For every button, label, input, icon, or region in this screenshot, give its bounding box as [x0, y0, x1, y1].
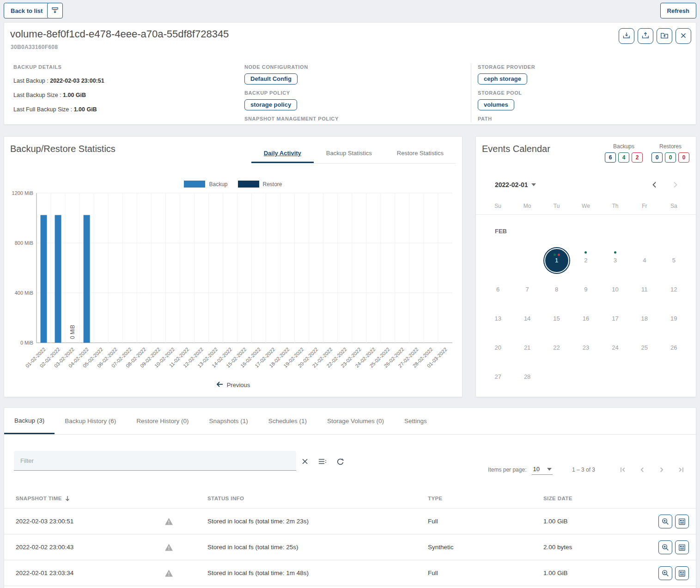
- calendar-day-21[interactable]: 21: [512, 333, 542, 362]
- backup-button[interactable]: [619, 28, 634, 44]
- report-button[interactable]: [675, 540, 689, 554]
- calendar-day-15[interactable]: 15: [542, 304, 571, 333]
- storage-provider-heading: STORAGE PROVIDER: [478, 64, 690, 70]
- calendar-day-1[interactable]: 1: [542, 246, 571, 275]
- report-button[interactable]: [675, 515, 689, 528]
- calendar-day-22[interactable]: 22: [542, 333, 571, 362]
- restore-to-folder-button[interactable]: [657, 28, 672, 44]
- tab-backup-statistics[interactable]: Backup Statistics: [314, 144, 384, 163]
- filter-input[interactable]: [14, 451, 296, 470]
- refresh-button[interactable]: Refresh: [660, 3, 696, 18]
- collapse-filter-icon: [51, 6, 59, 16]
- chevron-right-icon: [670, 180, 680, 190]
- calendar-day-2[interactable]: 2: [571, 246, 600, 275]
- calendar-day-16[interactable]: 16: [571, 304, 600, 333]
- prev-page-button[interactable]: [637, 464, 648, 475]
- table-row[interactable]: 2022-02-03 23:00:51 Stored in local fs (…: [4, 509, 696, 534]
- reload-icon: [336, 457, 345, 466]
- red-event-dot: [558, 254, 560, 256]
- calendar-day-11[interactable]: 11: [630, 275, 659, 304]
- reload-table-button[interactable]: [335, 456, 346, 467]
- calendar-day-19[interactable]: 19: [659, 304, 688, 333]
- table-row[interactable]: 2022-02-01 23:03:34 Stored in local fs (…: [4, 560, 696, 586]
- node-configuration-chip[interactable]: Default Config: [244, 73, 298, 85]
- node-configuration-heading: NODE CONFIGURATION: [244, 64, 466, 70]
- calendar-day-8[interactable]: 8: [542, 275, 571, 304]
- calendar-day-9[interactable]: 9: [571, 275, 600, 304]
- tab-daily-activity[interactable]: Daily Activity: [251, 144, 314, 163]
- calendar-day-14[interactable]: 14: [512, 304, 542, 333]
- view-contents-button[interactable]: [658, 566, 672, 580]
- tab-settings[interactable]: Settings: [394, 408, 437, 434]
- header-type[interactable]: TYPE: [428, 496, 543, 501]
- tab-snapshots-1[interactable]: Snapshots (1): [199, 408, 258, 434]
- header-actions: [619, 28, 691, 44]
- last-page-button[interactable]: [676, 464, 687, 475]
- calendar-prev-button[interactable]: [650, 180, 660, 190]
- weekday-th: Th: [601, 203, 630, 214]
- calendar-day-26[interactable]: 26: [659, 333, 688, 362]
- row-actions: [658, 540, 689, 554]
- month-selector[interactable]: 2022-02-01: [495, 181, 536, 188]
- tab-schedules-1[interactable]: Schedules (1): [258, 408, 317, 434]
- status-info-cell: Stored in local fs (total time: 2m 23s): [207, 518, 428, 525]
- backup-policy-chip[interactable]: storage policy: [244, 99, 297, 110]
- calendar-day-6[interactable]: 6: [483, 275, 512, 304]
- calendar-day-18[interactable]: 18: [630, 304, 659, 333]
- calendar-day-7[interactable]: 7: [512, 275, 542, 304]
- storage-provider-chip[interactable]: ceph storage: [478, 73, 527, 85]
- backups-count-navy: 6: [605, 152, 616, 163]
- calendar-day-5[interactable]: 5: [659, 246, 688, 275]
- svg-text:1200 MiB: 1200 MiB: [12, 190, 33, 196]
- first-page-icon: [618, 465, 627, 474]
- column-divider: [471, 63, 471, 122]
- daily-activity-chart: 0 MiB400 MiB800 MiB1200 MiB01-02-202202-…: [5, 188, 460, 387]
- calendar-day-24[interactable]: 24: [601, 333, 630, 362]
- caret-down-icon: [547, 468, 552, 471]
- calendar-day-23[interactable]: 23: [571, 333, 600, 362]
- first-page-button[interactable]: [617, 464, 628, 475]
- weekday-tu: Tu: [542, 203, 571, 214]
- weekday-header: SuMoTuWeThFrSa: [483, 203, 688, 214]
- collapse-filter-button[interactable]: [47, 3, 63, 18]
- restore-icon: [641, 31, 650, 42]
- header-status-info[interactable]: STATUS INFO: [207, 496, 428, 501]
- calendar-day-28[interactable]: 28: [512, 362, 542, 391]
- last-backup: Last Backup : 2022-02-03 23:00:51: [13, 78, 231, 84]
- header-snapshot-time[interactable]: SNAPSHOT TIME: [16, 496, 207, 502]
- chart-previous-button[interactable]: Previous: [4, 382, 462, 388]
- calendar-day-3[interactable]: 3: [601, 246, 630, 275]
- snapshot-time-cell: 2022-02-02 23:00:43: [16, 544, 207, 551]
- calendar-day-17[interactable]: 17: [601, 304, 630, 333]
- calendar-day-10[interactable]: 10: [601, 275, 630, 304]
- view-contents-button[interactable]: [658, 515, 672, 528]
- weekday-we: We: [571, 203, 600, 214]
- tab-backup-history-6[interactable]: Backup History (6): [55, 408, 126, 434]
- next-page-button[interactable]: [656, 464, 667, 475]
- calendar-day-25[interactable]: 25: [630, 333, 659, 362]
- report-button[interactable]: [675, 566, 689, 580]
- calendar-day-12[interactable]: 12: [659, 275, 688, 304]
- close-button[interactable]: [676, 28, 691, 44]
- filter-list-button[interactable]: [317, 456, 328, 467]
- weekday-sa: Sa: [659, 203, 688, 214]
- tab-restore-statistics[interactable]: Restore Statistics: [384, 144, 456, 163]
- restore-button[interactable]: [638, 28, 653, 44]
- storage-pool-chip[interactable]: volumes: [478, 99, 514, 110]
- items-per-page-select[interactable]: 10: [532, 465, 552, 475]
- calendar-day-4[interactable]: 4: [630, 246, 659, 275]
- back-to-list-button[interactable]: Back to list: [4, 3, 49, 18]
- tab-backup-3[interactable]: Backup (3): [4, 408, 55, 434]
- table-row[interactable]: 2022-02-02 23:00:43 Stored in local fs (…: [4, 534, 696, 560]
- tab-restore-history-0[interactable]: Restore History (0): [126, 408, 199, 434]
- calendar-day-20[interactable]: 20: [483, 333, 512, 362]
- calendar-day-27[interactable]: 27: [483, 362, 512, 391]
- clear-filter-button[interactable]: [300, 456, 310, 467]
- green-event-dot: [584, 251, 587, 254]
- view-contents-button[interactable]: [658, 540, 672, 554]
- calendar-day-13[interactable]: 13: [483, 304, 512, 333]
- restore-legend-label: Restore: [263, 181, 282, 188]
- header-size-date[interactable]: SIZE DATE: [543, 496, 651, 501]
- calendar-next-button[interactable]: [670, 180, 680, 190]
- tab-storage-volumes-0[interactable]: Storage Volumes (0): [317, 408, 394, 434]
